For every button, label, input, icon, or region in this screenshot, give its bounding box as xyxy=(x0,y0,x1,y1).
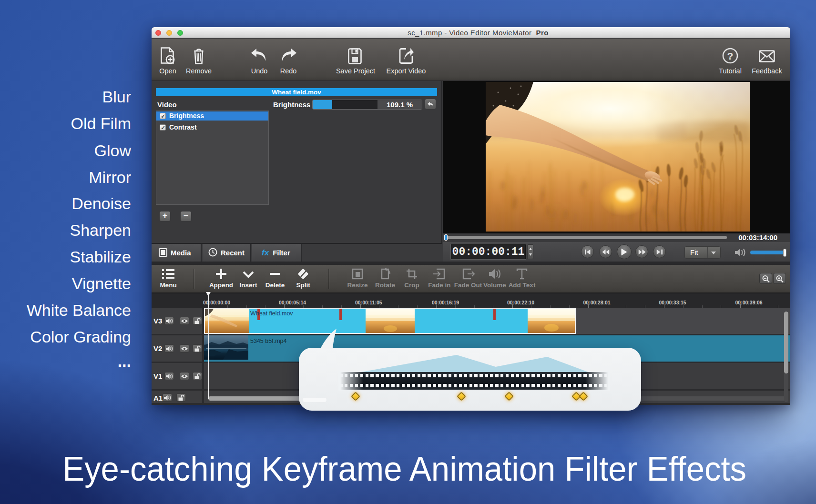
svg-text:?: ? xyxy=(727,50,734,61)
